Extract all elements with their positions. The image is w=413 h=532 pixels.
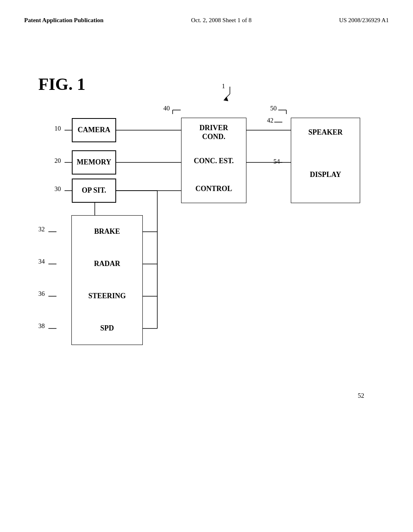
svg-marker-2 <box>223 97 228 101</box>
steering-box: STEERING <box>72 280 142 312</box>
patent-number-label: US 2008/236929 A1 <box>339 17 389 23</box>
ref-36: 36 <box>38 290 45 297</box>
page: Patent Application Publication Oct. 2, 2… <box>0 0 413 532</box>
ref-50: 50 <box>270 105 277 112</box>
ref-30: 30 <box>54 185 61 193</box>
ref-10: 10 <box>54 125 61 132</box>
camera-box: CAMERA <box>72 118 116 142</box>
speaker-box: SPEAKER <box>291 118 360 147</box>
brake-box: BRAKE <box>72 216 142 248</box>
header-left: Patent Application Publication <box>24 16 104 25</box>
ref-38: 38 <box>38 322 45 330</box>
display-box: DISPLAY <box>291 147 360 203</box>
driver-cond-box: DRIVER COND. <box>181 118 246 147</box>
header-right: US 2008/236929 A1 <box>339 16 389 25</box>
ref-40: 40 <box>163 105 170 112</box>
ref-54: 54 <box>273 158 280 165</box>
header-center: Oct. 2, 2008 Sheet 1 of 8 <box>191 16 252 25</box>
ref-32: 32 <box>38 226 45 233</box>
op-sit-box: OP SIT. <box>72 179 116 203</box>
ref-42: 42 <box>267 117 273 124</box>
header: Patent Application Publication Oct. 2, 2… <box>24 16 389 25</box>
ref-34: 34 <box>38 258 45 265</box>
date-sheet-label: Oct. 2, 2008 Sheet 1 of 8 <box>191 17 252 23</box>
conc-est-box: CONC. EST. <box>181 147 246 175</box>
ref-1: 1 <box>222 83 225 90</box>
spd-box: SPD <box>72 312 142 345</box>
diagram-area: 1 40 50 42 44 46 54 52 10 20 30 32 34 36… <box>24 62 387 425</box>
control-box: CONTROL <box>181 175 246 203</box>
ref-52: 52 <box>358 392 364 399</box>
ref-20: 20 <box>54 157 61 164</box>
radar-box: RADAR <box>72 248 142 280</box>
publication-label: Patent Application Publication <box>24 17 104 23</box>
memory-box: MEMORY <box>72 150 116 175</box>
